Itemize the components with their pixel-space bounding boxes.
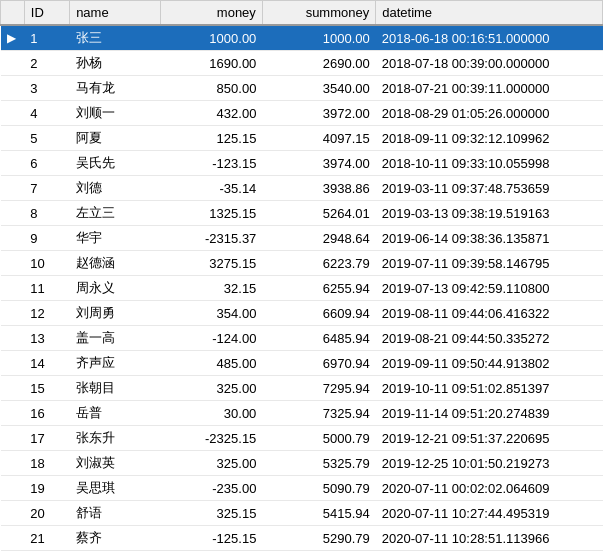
cell-datetime: 2019-11-14 09:51:20.274839 <box>376 401 603 426</box>
cell-datetime: 2019-10-11 09:51:02.851397 <box>376 376 603 401</box>
table-row[interactable]: 6吴氏先-123.153974.002018-10-11 09:33:10.05… <box>1 151 603 176</box>
cell-id: 14 <box>24 351 69 376</box>
col-header-summoney: summoney <box>262 1 375 26</box>
cell-money: 325.15 <box>160 501 262 526</box>
cell-id: 8 <box>24 201 69 226</box>
cell-datetime: 2020-07-11 10:27:44.495319 <box>376 501 603 526</box>
cell-datetime: 2019-12-25 10:01:50.219273 <box>376 451 603 476</box>
cell-id: 1 <box>24 25 69 51</box>
table-row[interactable]: 9华宇-2315.372948.642019-06-14 09:38:36.13… <box>1 226 603 251</box>
table-row[interactable]: 19吴思琪-235.005090.792020-07-11 00:02:02.0… <box>1 476 603 501</box>
cell-summoney: 5415.94 <box>262 501 375 526</box>
table-row[interactable]: 10赵德涵3275.156223.792019-07-11 09:39:58.1… <box>1 251 603 276</box>
cell-name: 刘周勇 <box>70 301 161 326</box>
table-row[interactable]: 15张朝目325.007295.942019-10-11 09:51:02.85… <box>1 376 603 401</box>
table-row[interactable]: 18刘淑英325.005325.792019-12-25 10:01:50.21… <box>1 451 603 476</box>
cell-summoney: 1000.00 <box>262 25 375 51</box>
cell-summoney: 7325.94 <box>262 401 375 426</box>
cell-datetime: 2019-07-11 09:39:58.146795 <box>376 251 603 276</box>
cell-datetime: 2019-12-21 09:51:37.220695 <box>376 426 603 451</box>
cell-money: 850.00 <box>160 76 262 101</box>
cell-id: 19 <box>24 476 69 501</box>
table-row[interactable]: 17张东升-2325.155000.792019-12-21 09:51:37.… <box>1 426 603 451</box>
cell-name: 吴氏先 <box>70 151 161 176</box>
table-row[interactable]: 12刘周勇354.006609.942019-08-11 09:44:06.41… <box>1 301 603 326</box>
table-row[interactable]: 5阿夏125.154097.152018-09-11 09:32:12.1099… <box>1 126 603 151</box>
cell-money: -235.00 <box>160 476 262 501</box>
cell-name: 刘德 <box>70 176 161 201</box>
row-indicator <box>1 426 25 451</box>
table-row[interactable]: 7刘德-35.143938.862019-03-11 09:37:48.7536… <box>1 176 603 201</box>
table-row[interactable]: 20舒语325.155415.942020-07-11 10:27:44.495… <box>1 501 603 526</box>
cell-name: 孙杨 <box>70 51 161 76</box>
cell-id: 16 <box>24 401 69 426</box>
cell-datetime: 2019-08-11 09:44:06.416322 <box>376 301 603 326</box>
table-row[interactable]: ▶1张三1000.001000.002018-06-18 00:16:51.00… <box>1 25 603 51</box>
cell-datetime: 2020-07-11 10:28:51.113966 <box>376 526 603 551</box>
cell-summoney: 3974.00 <box>262 151 375 176</box>
cell-name: 刘淑英 <box>70 451 161 476</box>
cell-money: 1000.00 <box>160 25 262 51</box>
cell-name: 华宇 <box>70 226 161 251</box>
cell-summoney: 5290.79 <box>262 526 375 551</box>
cell-id: 6 <box>24 151 69 176</box>
table-row[interactable]: 4刘顺一432.003972.002018-08-29 01:05:26.000… <box>1 101 603 126</box>
cell-summoney: 3972.00 <box>262 101 375 126</box>
row-indicator <box>1 326 25 351</box>
row-indicator <box>1 51 25 76</box>
cell-id: 4 <box>24 101 69 126</box>
row-indicator <box>1 301 25 326</box>
row-indicator: ▶ <box>1 25 25 51</box>
cell-money: 1325.15 <box>160 201 262 226</box>
cell-summoney: 6970.94 <box>262 351 375 376</box>
cell-id: 10 <box>24 251 69 276</box>
cell-datetime: 2019-07-13 09:42:59.110800 <box>376 276 603 301</box>
cell-datetime: 2018-06-18 00:16:51.000000 <box>376 25 603 51</box>
table-row[interactable]: 3马有龙850.003540.002018-07-21 00:39:11.000… <box>1 76 603 101</box>
cell-money: -2325.15 <box>160 426 262 451</box>
cell-name: 左立三 <box>70 201 161 226</box>
cell-money: 325.00 <box>160 451 262 476</box>
row-indicator <box>1 476 25 501</box>
cell-datetime: 2019-03-11 09:37:48.753659 <box>376 176 603 201</box>
cell-summoney: 3938.86 <box>262 176 375 201</box>
cell-id: 11 <box>24 276 69 301</box>
cell-summoney: 6255.94 <box>262 276 375 301</box>
row-indicator <box>1 151 25 176</box>
row-indicator <box>1 176 25 201</box>
table-row[interactable]: 2孙杨1690.002690.002018-07-18 00:39:00.000… <box>1 51 603 76</box>
col-header-datetime: datetime <box>376 1 603 26</box>
row-indicator <box>1 226 25 251</box>
cell-datetime: 2019-08-21 09:44:50.335272 <box>376 326 603 351</box>
cell-datetime: 2018-09-11 09:32:12.109962 <box>376 126 603 151</box>
cell-name: 张朝目 <box>70 376 161 401</box>
table-row[interactable]: 16岳普30.007325.942019-11-14 09:51:20.2748… <box>1 401 603 426</box>
cell-money: -124.00 <box>160 326 262 351</box>
cell-name: 岳普 <box>70 401 161 426</box>
cell-id: 9 <box>24 226 69 251</box>
cell-summoney: 6485.94 <box>262 326 375 351</box>
table-row[interactable]: 13盖一高-124.006485.942019-08-21 09:44:50.3… <box>1 326 603 351</box>
cell-money: -2315.37 <box>160 226 262 251</box>
cell-money: 125.15 <box>160 126 262 151</box>
cell-id: 21 <box>24 526 69 551</box>
cell-datetime: 2019-03-13 09:38:19.519163 <box>376 201 603 226</box>
table-row[interactable]: 11周永义32.156255.942019-07-13 09:42:59.110… <box>1 276 603 301</box>
data-table: ID name money summoney datetime ▶1张三1000… <box>0 0 603 551</box>
cell-name: 蔡齐 <box>70 526 161 551</box>
cell-datetime: 2018-10-11 09:33:10.055998 <box>376 151 603 176</box>
cell-summoney: 2690.00 <box>262 51 375 76</box>
cell-name: 张三 <box>70 25 161 51</box>
cell-summoney: 2948.64 <box>262 226 375 251</box>
row-indicator <box>1 501 25 526</box>
cell-summoney: 6223.79 <box>262 251 375 276</box>
col-header-money: money <box>160 1 262 26</box>
table-row[interactable]: 14齐声应485.006970.942019-09-11 09:50:44.91… <box>1 351 603 376</box>
table-row[interactable]: 21蔡齐-125.155290.792020-07-11 10:28:51.11… <box>1 526 603 551</box>
table-row[interactable]: 8左立三1325.155264.012019-03-13 09:38:19.51… <box>1 201 603 226</box>
cell-name: 赵德涵 <box>70 251 161 276</box>
row-indicator <box>1 401 25 426</box>
cell-summoney: 5264.01 <box>262 201 375 226</box>
row-indicator <box>1 351 25 376</box>
cell-id: 3 <box>24 76 69 101</box>
